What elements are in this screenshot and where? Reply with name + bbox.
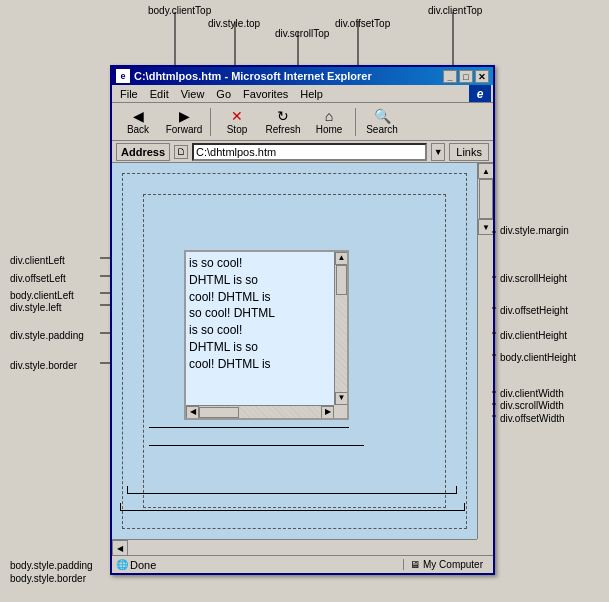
toolbar-separator-1: [210, 108, 211, 136]
computer-icon: 🖥: [410, 559, 420, 570]
home-button[interactable]: ⌂ Home: [307, 105, 351, 139]
label-body-style-padding: body.style.padding: [10, 560, 93, 571]
measure-line-scroll-width: [149, 445, 364, 446]
main-scroll-down[interactable]: ▼: [478, 219, 493, 235]
ie-window: e C:\dhtmlpos.htm - Microsoft Internet E…: [110, 65, 495, 575]
status-text: Done: [130, 559, 403, 571]
body-offset-width-line: [120, 510, 465, 511]
refresh-icon: ↻: [277, 109, 289, 123]
status-globe-icon: 🌐: [116, 559, 128, 570]
back-button[interactable]: ◀ Back: [116, 105, 160, 139]
scroll-right-button[interactable]: ▶: [321, 406, 334, 419]
label-div-style-margin: div.style.margin: [500, 225, 569, 236]
window-controls[interactable]: _ □ ✕: [443, 70, 489, 83]
menu-bar: File Edit View Go Favorites Help e: [112, 85, 493, 103]
label-div-offset-width: div.offsetWidth: [500, 413, 565, 424]
main-scroll-left[interactable]: ◀: [112, 540, 128, 555]
address-input[interactable]: C:\dhtmlpos.htm: [192, 143, 427, 161]
page-background: is so cool! DHTML is so cool! DHTML is s…: [112, 163, 477, 539]
bow-left-tick: [120, 503, 121, 511]
label-div-style-border: div.style.border: [10, 360, 77, 371]
label-div-scroll-height: div.scrollHeight: [500, 273, 567, 284]
label-div-client-left: div.clientLeft: [10, 255, 65, 266]
address-bar: Address 🗋 C:\dhtmlpos.htm ▼ Links: [112, 141, 493, 163]
scroll-thumb[interactable]: [336, 265, 347, 295]
main-scroll-track-v: [478, 179, 493, 219]
content-text-area: is so cool! DHTML is so cool! DHTML is s…: [186, 252, 334, 405]
menu-edit[interactable]: Edit: [144, 85, 175, 102]
links-button[interactable]: Links: [449, 143, 489, 161]
label-body-client-left: body.clientLeft: [10, 290, 74, 301]
ie-icon: e: [116, 69, 130, 83]
browser-content: is so cool! DHTML is so cool! DHTML is s…: [112, 163, 493, 555]
main-scroll-thumb-v[interactable]: [479, 179, 493, 219]
bw-right-tick: [456, 486, 457, 494]
label-div-scroll-top: div.scrollTop: [275, 28, 329, 39]
body-client-width-line: [127, 493, 457, 494]
address-page-icon: 🗋: [174, 145, 188, 159]
toolbar: ◀ Back ▶ Forward ✕ Stop ↻ Refresh ⌂: [112, 103, 493, 141]
scroll-track: [335, 265, 347, 392]
bow-right-tick: [464, 503, 465, 511]
scroll-down-button[interactable]: ▼: [335, 392, 348, 405]
stop-icon: ✕: [231, 109, 243, 123]
status-bar: 🌐 Done 🖥 My Computer: [112, 555, 493, 573]
search-button[interactable]: 🔍 Search: [360, 105, 404, 139]
status-zone: 🖥 My Computer: [403, 559, 489, 570]
address-dropdown[interactable]: ▼: [431, 143, 445, 161]
label-div-style-padding: div.style.padding: [10, 330, 84, 341]
main-scrollbar-h[interactable]: ◀ ▶: [112, 539, 477, 555]
close-button[interactable]: ✕: [475, 70, 489, 83]
content-div[interactable]: is so cool! DHTML is so cool! DHTML is s…: [184, 250, 349, 420]
zone-text: My Computer: [423, 559, 483, 570]
label-div-offset-left: div.offsetLeft: [10, 273, 66, 284]
label-div-scroll-width: div.scrollWidth: [500, 400, 564, 411]
measure-line-client-width: [149, 427, 349, 428]
inner-scrollbar-v[interactable]: ▲ ▼: [334, 252, 347, 405]
label-div-client-top-tr: div.clientTop: [428, 5, 482, 16]
bw-left-tick: [127, 486, 128, 494]
scroll-left-button[interactable]: ◀: [186, 406, 199, 419]
inner-scrollbar-h[interactable]: ◀ ▶: [186, 405, 334, 418]
forward-icon: ▶: [179, 109, 190, 123]
home-icon: ⌂: [325, 109, 333, 123]
ie-logo: e: [469, 85, 491, 102]
refresh-button[interactable]: ↻ Refresh: [261, 105, 305, 139]
toolbar-separator-2: [355, 108, 356, 136]
label-div-style-top: div.style.top: [208, 18, 260, 29]
window-title: C:\dhtmlpos.htm - Microsoft Internet Exp…: [134, 70, 443, 82]
main-scrollbar-v[interactable]: ▲ ▼: [477, 163, 493, 539]
scroll-up-button[interactable]: ▲: [335, 252, 348, 265]
menu-go[interactable]: Go: [210, 85, 237, 102]
scroll-h-track: [199, 406, 321, 418]
label-div-client-height: div.clientHeight: [500, 330, 567, 341]
outer-body-div: is so cool! DHTML is so cool! DHTML is s…: [122, 173, 467, 529]
back-icon: ◀: [133, 109, 144, 123]
minimize-button[interactable]: _: [443, 70, 457, 83]
label-div-offset-top: div.offsetTop: [335, 18, 390, 29]
menu-help[interactable]: Help: [294, 85, 329, 102]
stop-button[interactable]: ✕ Stop: [215, 105, 259, 139]
title-bar: e C:\dhtmlpos.htm - Microsoft Internet E…: [112, 67, 493, 85]
maximize-button[interactable]: □: [459, 70, 473, 83]
main-scrollbar-corner: [477, 539, 493, 555]
menu-favorites[interactable]: Favorites: [237, 85, 294, 102]
search-icon: 🔍: [374, 109, 391, 123]
address-label: Address: [116, 143, 170, 161]
label-div-offset-height: div.offsetHeight: [500, 305, 568, 316]
label-body-client-top: body.clientTop: [148, 5, 211, 16]
label-body-style-border: body.style.border: [10, 573, 86, 584]
label-body-client-height: body.clientHeight: [500, 352, 576, 363]
label-div-client-width: div.clientWidth: [500, 388, 564, 399]
menu-file[interactable]: File: [114, 85, 144, 102]
scrollbar-corner: [334, 405, 347, 418]
main-scroll-up[interactable]: ▲: [478, 163, 493, 179]
content-text: is so cool! DHTML is so cool! DHTML is s…: [189, 255, 331, 373]
scroll-h-thumb[interactable]: [199, 407, 239, 418]
label-div-style-left: div.style.left: [10, 302, 62, 313]
inner-body-div: is so cool! DHTML is so cool! DHTML is s…: [143, 194, 446, 508]
diagram: body.clientTop div.style.top div.scrollT…: [0, 0, 609, 602]
menu-view[interactable]: View: [175, 85, 211, 102]
forward-button[interactable]: ▶ Forward: [162, 105, 206, 139]
